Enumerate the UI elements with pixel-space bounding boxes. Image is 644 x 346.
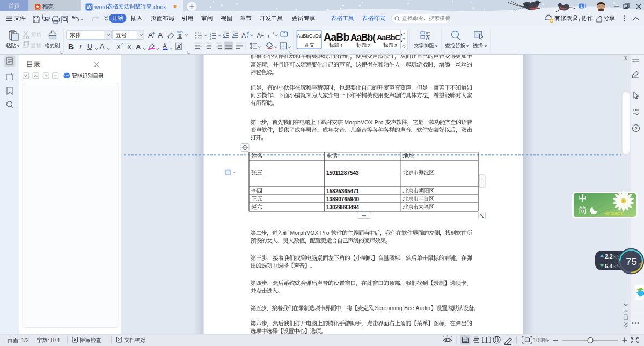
svg-text:U: U xyxy=(87,43,92,50)
svg-text:A: A xyxy=(148,31,153,39)
svg-text:3: 3 xyxy=(210,37,211,40)
svg-text:?: ? xyxy=(634,126,638,131)
svg-text:A: A xyxy=(158,31,163,39)
svg-text:Screaming Bee Audio: Screaming Bee Audio xyxy=(375,305,430,311)
svg-text:1: 1 xyxy=(340,43,343,48)
svg-text:2: 2 xyxy=(132,47,134,51)
svg-text:2.2: 2.2 xyxy=(605,253,613,260)
svg-text:5.4: 5.4 xyxy=(605,263,613,269)
svg-text:A: A xyxy=(257,32,261,40)
svg-text:W: W xyxy=(86,4,92,10)
svg-text:.docx: .docx xyxy=(152,4,166,10)
svg-text:15011287543: 15011287543 xyxy=(326,170,359,176)
svg-text:3: 3 xyxy=(394,43,397,48)
svg-text:AaBbCcDd: AaBbCcDd xyxy=(297,33,321,39)
svg-text:15825365471: 15825365471 xyxy=(326,188,360,194)
svg-text:MorphVOX Pro: MorphVOX Pro xyxy=(290,230,329,236)
svg-text:75: 75 xyxy=(626,256,637,267)
svg-text:%: % xyxy=(638,262,641,267)
svg-text:: 1/2: : 1/2 xyxy=(18,337,29,343)
svg-text:A: A xyxy=(241,32,246,40)
svg-text:1: 1 xyxy=(580,4,582,9)
svg-text:13890765940: 13890765940 xyxy=(326,196,360,202)
svg-text:Beautiful: Beautiful xyxy=(604,211,624,216)
svg-text:word: word xyxy=(94,4,107,10)
svg-text:B: B xyxy=(68,42,74,51)
svg-text:2: 2 xyxy=(121,42,123,47)
svg-text:13029893494: 13029893494 xyxy=(326,204,360,210)
svg-text:AaBb: AaBb xyxy=(324,31,350,43)
svg-text:win: win xyxy=(177,30,182,34)
svg-text:X: X xyxy=(127,43,131,51)
svg-text:I: I xyxy=(79,43,82,51)
svg-text:MorphVOX Pro: MorphVOX Pro xyxy=(344,120,383,126)
svg-text:A: A xyxy=(136,43,141,51)
svg-text:100%: 100% xyxy=(533,337,548,343)
svg-text:: 874: : 874 xyxy=(48,337,60,343)
svg-text:AaBbC(: AaBbC( xyxy=(377,33,402,42)
svg-text:X: X xyxy=(116,43,121,51)
svg-text:2: 2 xyxy=(368,43,370,48)
svg-text:AaBb(: AaBb( xyxy=(350,32,376,43)
